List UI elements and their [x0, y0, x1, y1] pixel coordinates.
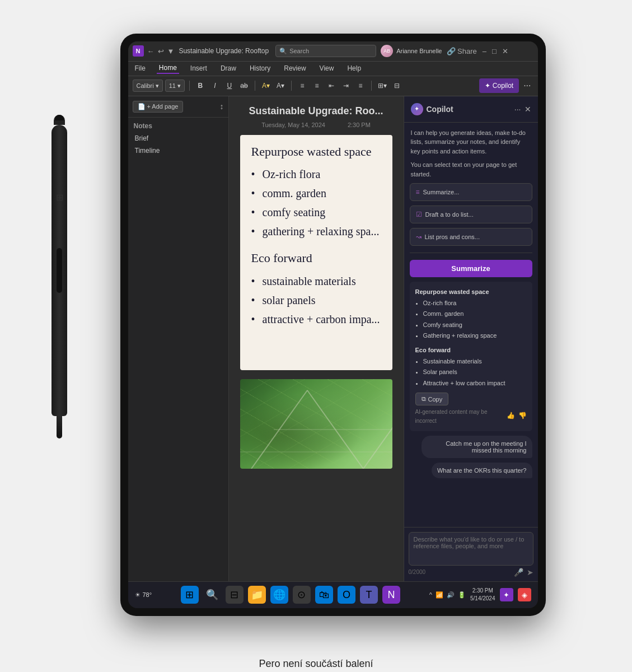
onenote-btn[interactable]: N [382, 586, 400, 604]
search-box[interactable]: 🔍 Search [275, 45, 376, 57]
todo-action-btn[interactable]: ☑ Draft a to do list... [410, 206, 532, 223]
font-dropdown-icon: ▾ [156, 82, 159, 90]
send-icon[interactable]: ➤ [527, 568, 533, 577]
search-icon: 🔍 [279, 48, 287, 55]
menu-review[interactable]: Review [282, 63, 308, 73]
copilot-close-btn[interactable]: ✕ [525, 105, 531, 114]
wifi-icon: 📶 [436, 591, 443, 599]
menu-file[interactable]: File [133, 63, 148, 73]
scene-wrapper: ⊞ N ← ↩ ▼ Sustainable Upgrade: Rooftop 🔍… [0, 3, 632, 647]
widgets-icon: ◈ [522, 591, 527, 599]
search-label: Search [289, 48, 309, 54]
copilot-input[interactable] [409, 532, 533, 566]
copilot-more-btn[interactable]: ··· [514, 105, 521, 114]
copilot-taskbar-btn[interactable]: ✦ [500, 588, 513, 601]
summary-heading2: Eco forward [415, 346, 527, 356]
close-btn[interactable]: ✕ [502, 47, 508, 55]
pros-cons-icon: ↝ [416, 233, 422, 241]
stylus-button [57, 248, 62, 293]
more-options-btn[interactable]: ··· [521, 81, 533, 91]
widgets-taskbar-btn[interactable]: ◈ [518, 588, 531, 601]
explorer-btn[interactable]: 📁 [248, 586, 266, 604]
add-page-btn[interactable]: 📄 + Add page [133, 101, 184, 113]
taskview-btn[interactable]: ⊟ [226, 586, 244, 604]
indent-more-btn[interactable]: ⇥ [340, 80, 352, 92]
note-date: Tuesday, May 14, 2024 [261, 122, 325, 128]
summarize-icon: ≡ [416, 188, 420, 196]
taskbar: ☀ 78° ⊞ 🔍 ⊟ 📁 [128, 581, 538, 608]
sidebar-item-timeline[interactable]: Timeline [128, 144, 228, 157]
bold-btn[interactable]: B [194, 80, 207, 92]
summarize-label: Summarize... [423, 189, 460, 195]
outlook-btn[interactable]: O [338, 586, 355, 604]
taskbar-clock: 2:30 PM 5/14/2024 [470, 587, 495, 603]
menu-history[interactable]: History [247, 63, 273, 73]
microphone-icon[interactable]: 🎤 [514, 568, 523, 577]
summarize-execute-btn[interactable]: Summarize [410, 260, 532, 277]
font-color-btn[interactable]: A▾ [274, 80, 287, 92]
sidebar-sort-icon[interactable]: ↕ [220, 102, 224, 111]
back-btn[interactable]: ← [147, 47, 155, 55]
menu-help[interactable]: Help [345, 63, 363, 73]
font-selector[interactable]: Calibri ▾ [133, 80, 163, 92]
todo-icon: ☑ [416, 211, 422, 218]
italic-btn[interactable]: I [209, 80, 221, 92]
pros-cons-label: List pros and cons... [425, 234, 480, 240]
windows-logo: ⊞ [185, 589, 194, 601]
divider4 [371, 81, 372, 91]
menu-home[interactable]: Home [157, 63, 179, 74]
store-btn[interactable]: 🛍 [315, 586, 333, 604]
redo-btn[interactable]: ▼ [167, 47, 175, 55]
chevron-icon[interactable]: ^ [429, 591, 432, 598]
window-controls: 🔗 Share – □ ✕ [447, 47, 508, 55]
chrome-btn[interactable]: ⊙ [293, 586, 311, 604]
menu-insert[interactable]: Insert [188, 63, 209, 73]
bullet-item: sustainable materials [251, 273, 381, 289]
summary-list1: Oz-rich flora Comm. garden Comfy seating… [415, 298, 527, 341]
menu-view[interactable]: View [317, 63, 336, 73]
numbering-btn[interactable]: ≡ [311, 80, 323, 92]
menu-draw[interactable]: Draw [218, 63, 238, 73]
edge-btn[interactable]: 🌐 [270, 586, 288, 604]
copilot-toolbar-btn[interactable]: ✦ Copilot [479, 78, 519, 93]
summary-list2: Sustainable materials Solar panels Attra… [415, 357, 527, 389]
thumbs-down-icon[interactable]: 👎 [518, 410, 527, 421]
expand-btn[interactable]: ⊟ [391, 80, 403, 92]
copilot-star-icon: ✦ [485, 82, 490, 90]
underline-btn[interactable]: U [223, 80, 236, 92]
bullet-item: comfy seating [251, 204, 381, 220]
handwritten-content: Repurpose wasted space Oz-rich flora com… [240, 135, 392, 370]
teams-btn[interactable]: T [360, 586, 378, 604]
followup-message2: What are the OKRs this quarter? [432, 463, 532, 478]
strikethrough-btn[interactable]: ab [238, 80, 250, 92]
feedback-icons: 👍 👎 [507, 410, 527, 421]
title-bar-nav: ← ↩ ▼ [147, 47, 175, 55]
sidebar-item-brief[interactable]: Brief [128, 132, 228, 144]
summary-item: Comm. garden [423, 309, 527, 319]
pros-cons-action-btn[interactable]: ↝ List pros and cons... [410, 228, 532, 246]
maximize-btn[interactable]: □ [492, 47, 497, 55]
char-count: 0/2000 [409, 569, 426, 575]
copy-btn[interactable]: ⧉ Copy [415, 393, 449, 405]
font-name: Calibri [137, 82, 154, 89]
minimize-btn[interactable]: – [483, 47, 486, 55]
summarize-action-btn[interactable]: ≡ Summarize... [410, 183, 532, 201]
taskbar-right: ^ 📶 🔊 🔋 2:30 PM 5/14/2024 ✦ ◈ [429, 587, 531, 603]
highlight-btn[interactable]: A▾ [260, 80, 272, 92]
bullets-btn[interactable]: ≡ [296, 80, 308, 92]
indent-less-btn[interactable]: ⇤ [325, 80, 338, 92]
format-btn[interactable]: ⊞▾ [376, 80, 388, 92]
chrome-icon: ⊙ [297, 589, 306, 601]
search-btn[interactable]: 🔍 [203, 586, 221, 604]
font-size-selector[interactable]: 11 ▾ [165, 80, 185, 92]
align-btn[interactable]: ≡ [354, 80, 367, 92]
bullets-section1: Oz-rich flora comm. garden comfy seating… [251, 166, 381, 239]
followup-message1: Catch me up on the meeting I missed this… [422, 436, 532, 458]
stylus-logo: ⊞ [56, 192, 63, 203]
windows-btn[interactable]: ⊞ [181, 586, 199, 604]
share-icon[interactable]: 🔗 Share [447, 47, 477, 55]
undo-btn[interactable]: ↩ [158, 47, 164, 55]
thumbs-up-icon[interactable]: 👍 [507, 410, 515, 421]
copilot-body: I can help you generate ideas, make to-d… [404, 123, 538, 527]
note-area[interactable]: Sustainable Upgrade: Roo... Tuesday, May… [229, 96, 404, 581]
